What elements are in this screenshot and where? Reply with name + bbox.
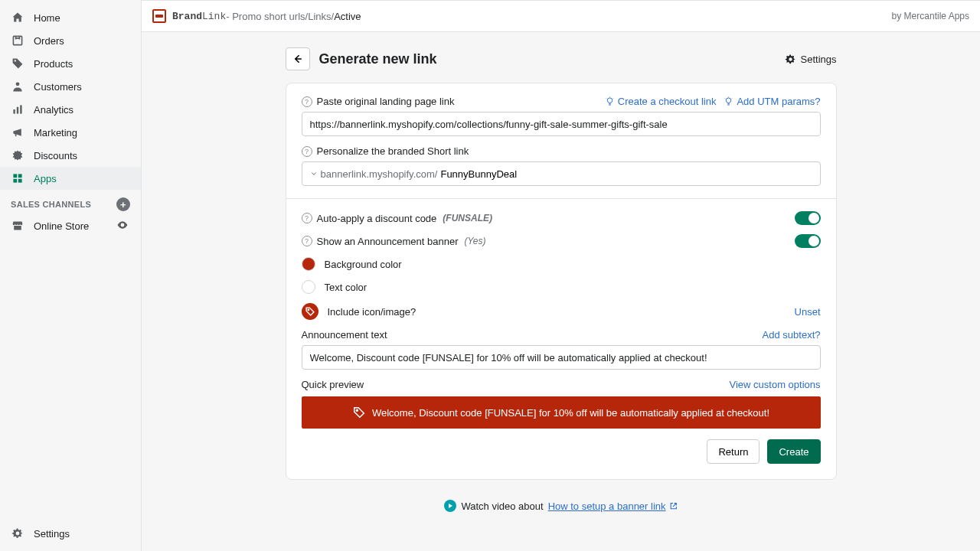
- page-title: Generate new link: [319, 51, 437, 67]
- nav-label: Products: [34, 58, 73, 70]
- add-utm-link[interactable]: Add UTM params?: [724, 96, 820, 107]
- video-help-line: Watch video about How to setup a banner …: [444, 500, 677, 512]
- gear-icon: [11, 527, 24, 540]
- nav-apps[interactable]: Apps: [0, 167, 141, 190]
- nav-products[interactable]: Products: [0, 52, 141, 75]
- help-icon[interactable]: ?: [302, 213, 312, 223]
- label-quick-preview: Quick preview: [302, 379, 364, 390]
- nav-label: Apps: [34, 173, 57, 184]
- home-icon: [11, 11, 24, 24]
- nav-label: Settings: [34, 528, 70, 540]
- hint-auto-discount: (FUNSALE): [443, 213, 492, 223]
- nav-discounts[interactable]: Discounts: [0, 144, 141, 167]
- nav-analytics[interactable]: Analytics: [0, 98, 141, 121]
- create-checkout-link[interactable]: Create a checkout link: [605, 96, 717, 107]
- topbar: BrandLink - Promo short urls / Links / A…: [142, 0, 980, 32]
- store-icon: [11, 219, 24, 233]
- svg-rect-4: [20, 105, 21, 113]
- svg-rect-5: [13, 174, 17, 178]
- gear-icon: [785, 54, 796, 65]
- sidebar: Home Orders Products Customers Analytics…: [0, 0, 142, 551]
- lightbulb-icon: [724, 96, 733, 106]
- nav-orders[interactable]: Orders: [0, 29, 141, 52]
- label-bg-color: Background color: [325, 259, 402, 270]
- play-icon[interactable]: [444, 500, 456, 512]
- analytics-icon: [11, 103, 24, 116]
- lightbulb-icon: [605, 96, 615, 106]
- svg-point-9: [607, 98, 612, 103]
- svg-point-12: [356, 409, 358, 411]
- nav-label: Online Store: [34, 220, 107, 232]
- text-color-swatch[interactable]: [302, 280, 315, 294]
- background-color-swatch[interactable]: [302, 257, 315, 271]
- tag-icon: [11, 57, 24, 70]
- label-announcement: Show an Announcement banner: [317, 236, 459, 247]
- svg-point-1: [16, 82, 20, 86]
- breadcrumb-links[interactable]: Links: [308, 11, 331, 22]
- create-button[interactable]: Create: [767, 439, 820, 464]
- svg-rect-6: [18, 174, 22, 178]
- external-icon: [669, 502, 678, 510]
- help-icon[interactable]: ?: [302, 146, 312, 157]
- person-icon: [11, 80, 24, 93]
- nav-customers[interactable]: Customers: [0, 75, 141, 98]
- icon-swatch[interactable]: [302, 303, 318, 320]
- preview-banner: Welcome, Discount code [FUNSALE] for 10%…: [302, 396, 821, 429]
- nav-label: Home: [34, 12, 60, 24]
- eye-icon[interactable]: [116, 219, 130, 233]
- breadcrumb-active: Active: [334, 11, 361, 22]
- nav-home[interactable]: Home: [0, 6, 141, 29]
- form-card: ? Paste original landing page link Creat…: [286, 83, 837, 480]
- svg-point-10: [727, 98, 732, 103]
- breadcrumb: BrandLink - Promo short urls / Links / A…: [152, 9, 361, 23]
- label-auto-discount: Auto-apply a discount code: [317, 213, 437, 224]
- megaphone-icon: [11, 126, 24, 139]
- by-line: by Mercantile Apps: [892, 11, 969, 21]
- hint-announcement: (Yes): [465, 236, 486, 246]
- toggle-announcement[interactable]: [795, 234, 821, 248]
- label-short-link: Personalize the branded Short link: [317, 145, 469, 157]
- nav-settings[interactable]: Settings: [0, 522, 141, 545]
- add-channel-button[interactable]: +: [116, 197, 130, 211]
- apps-icon: [11, 171, 24, 185]
- svg-point-11: [308, 309, 309, 310]
- nav-label: Marketing: [34, 127, 77, 139]
- short-link-slug-input[interactable]: [440, 168, 812, 180]
- toggle-auto-discount[interactable]: [795, 211, 821, 225]
- channel-online-store[interactable]: Online Store: [0, 214, 141, 237]
- add-subtext-link[interactable]: Add subtext?: [763, 329, 821, 341]
- svg-rect-3: [17, 107, 18, 114]
- label-announcement-text: Announcement text: [302, 329, 387, 341]
- help-icon[interactable]: ?: [302, 96, 312, 107]
- tag-icon: [352, 406, 366, 419]
- view-custom-options-link[interactable]: View custom options: [730, 379, 821, 390]
- label-text-color: Text color: [325, 282, 368, 293]
- label-include-icon: Include icon/image?: [328, 306, 416, 318]
- help-icon[interactable]: ?: [302, 236, 312, 246]
- nav-label: Customers: [34, 81, 82, 93]
- video-link[interactable]: How to setup a banner link: [548, 500, 678, 512]
- nav-label: Discounts: [34, 150, 77, 161]
- short-link-input-wrapper[interactable]: bannerlink.myshopify.com/: [302, 161, 821, 186]
- nav-label: Orders: [34, 35, 64, 47]
- nav-label: Analytics: [34, 104, 74, 116]
- label-original-url: Paste original landing page link: [317, 96, 455, 107]
- unset-link[interactable]: Unset: [795, 306, 821, 318]
- back-button[interactable]: [286, 47, 310, 70]
- section-sales-channels: SALES CHANNELS +: [0, 190, 141, 214]
- announcement-text-input[interactable]: [302, 345, 821, 370]
- return-button[interactable]: Return: [707, 439, 760, 464]
- discount-icon: [11, 148, 24, 162]
- brand-logo: [152, 9, 166, 23]
- svg-rect-8: [18, 179, 22, 183]
- original-url-input[interactable]: [302, 112, 821, 136]
- orders-icon: [11, 34, 24, 47]
- nav-marketing[interactable]: Marketing: [0, 121, 141, 144]
- page-settings-link[interactable]: Settings: [785, 54, 837, 65]
- svg-rect-7: [13, 179, 17, 183]
- svg-rect-2: [13, 109, 15, 114]
- short-link-prefix: bannerlink.myshopify.com/: [310, 168, 438, 180]
